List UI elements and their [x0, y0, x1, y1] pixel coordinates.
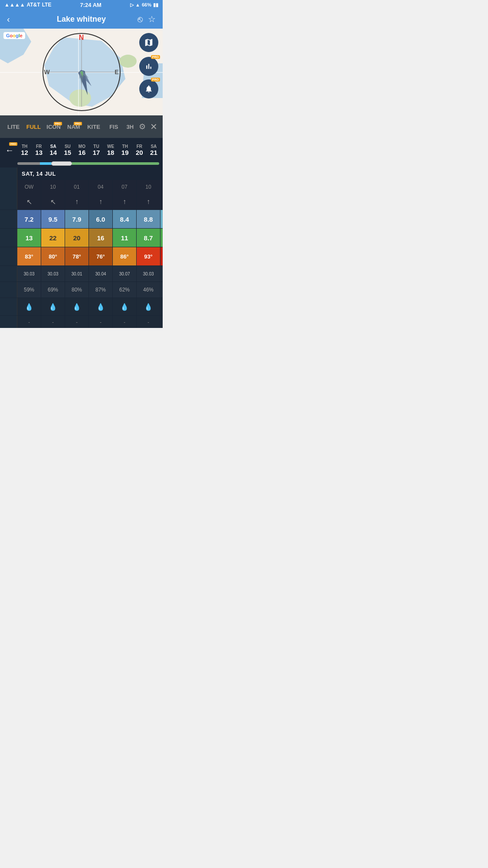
gust-cell: 11 — [113, 229, 137, 247]
pressure-cell: 30.04 — [89, 266, 113, 282]
wind-speed-cell: 9.3 — [160, 210, 163, 228]
temp-cell: 86° — [113, 247, 137, 265]
dir-cell: ↑ — [160, 194, 163, 210]
calendar-strip: PRO ← TH12FR13SA14SU15MO16TU17WE18TH19FR… — [0, 138, 163, 162]
wind-speed-cell: 7.2 — [17, 210, 41, 228]
humidity-cell: 59% — [17, 282, 41, 298]
carrier-name: AT&T — [27, 2, 40, 8]
rain-val-cell: - — [41, 316, 65, 328]
row-fixed-col — [0, 180, 17, 194]
progress-track — [17, 162, 159, 165]
cal-day-15[interactable]: SU15 — [61, 144, 75, 156]
cal-day-14[interactable]: SA14 — [46, 144, 60, 156]
time-cell: 01 — [65, 180, 89, 194]
row-fixed-col — [0, 266, 17, 282]
dir-cell: ↑ — [89, 194, 113, 210]
rain-icon-cell: 💧 — [65, 298, 89, 315]
wind-speed-cell: 7.9 — [65, 210, 89, 228]
back-button[interactable]: ‹ — [7, 14, 10, 24]
row-fixed-col — [0, 210, 17, 228]
alerts-button[interactable]: PRO — [139, 79, 158, 98]
temp-cell: 76° — [89, 247, 113, 265]
map-area: Google N E W — [0, 29, 163, 115]
row-fixed-col — [0, 316, 17, 328]
tab-nam[interactable]: NAM PRO — [64, 121, 84, 133]
wind-speed-cell: 8.4 — [113, 210, 137, 228]
tab-full[interactable]: FULL — [23, 121, 43, 133]
pressure-cell: 30.07 — [113, 266, 137, 282]
dir-cell: ↑ — [137, 194, 160, 210]
timeline-progress — [0, 162, 163, 167]
rain-icon-cell: 💧 — [89, 298, 113, 315]
dir-cell: ↖ — [17, 194, 41, 210]
cal-day-21[interactable]: SA21 — [147, 144, 160, 156]
time-cell: 10 — [41, 180, 65, 194]
temp-cell: 80° — [41, 247, 65, 265]
status-time: 7:24 AM — [80, 2, 102, 8]
tab-kite[interactable]: KITE — [84, 121, 104, 133]
network-type: LTE — [42, 2, 52, 8]
analytics-button[interactable]: PRO — [139, 57, 158, 76]
cal-day-19[interactable]: TH19 — [118, 144, 132, 156]
rain-icon-cell: 💧 — [113, 298, 137, 315]
rain-icon-cell: 💧 — [137, 298, 160, 315]
temp-cell: 93° — [137, 247, 160, 265]
humidity-cell: 46% — [137, 282, 160, 298]
cal-day-20[interactable]: FR20 — [132, 144, 146, 156]
cal-day-13[interactable]: FR13 — [32, 144, 46, 156]
settings-button[interactable]: ⚙ — [136, 122, 148, 131]
humidity-cell: 69% — [41, 282, 65, 298]
rain-icon-cell: 💧 — [17, 298, 41, 315]
rain-val-cell: - — [160, 316, 163, 328]
icon-pro-badge: PRO — [54, 122, 62, 125]
carrier-info: ▲▲▲▲ AT&T LTE — [4, 2, 51, 8]
status-bar: ▲▲▲▲ AT&T LTE 7:24 AM ▷ ▲ 66% ▮▮ — [0, 0, 163, 10]
humidity-cell: 62% — [113, 282, 137, 298]
gust-cell: 22 — [41, 229, 65, 247]
data-table-container[interactable]: SAT, 14 JUL SUN, 15 JUL OW10010407100104… — [0, 167, 163, 328]
row-fixed-col — [0, 194, 17, 210]
wind-speed-cell: 6.0 — [89, 210, 113, 228]
back-arrow-icon[interactable]: ← — [5, 145, 14, 155]
temp-cell: 96° — [160, 247, 163, 265]
right-action-buttons: PRO PRO — [139, 57, 158, 98]
rain-val-cell: - — [17, 316, 41, 328]
tab-icon[interactable]: ICON PRO — [43, 121, 63, 133]
pro-back-button[interactable]: PRO ← — [2, 142, 17, 158]
dir-cell: ↑ — [65, 194, 89, 210]
share-button[interactable]: ⎋ — [138, 14, 143, 24]
cal-day-17[interactable]: TU17 — [89, 144, 103, 156]
play-icon: ▷ — [130, 2, 134, 8]
cal-day-18[interactable]: WE18 — [104, 144, 118, 156]
pressure-cell: 30.01 — [65, 266, 89, 282]
rain-val-cell: - — [89, 316, 113, 328]
dir-cell: ↑ — [113, 194, 137, 210]
map-view-button[interactable] — [139, 33, 158, 52]
rain-val-cell: - — [65, 316, 89, 328]
favorite-button[interactable]: ☆ — [148, 14, 156, 24]
rain-val-cell: - — [137, 316, 160, 328]
pressure-cell: 29.95 — [160, 266, 163, 282]
page-title: Lake whitney — [57, 15, 106, 24]
signal-icon: ▲▲▲▲ — [4, 2, 25, 8]
google-logo: Google — [3, 32, 25, 39]
date-header-row: SAT, 14 JUL SUN, 15 JUL — [0, 167, 163, 180]
humidity-cell: 80% — [65, 282, 89, 298]
progress-thumb[interactable] — [51, 161, 72, 166]
rain-icon-cell: 💧 — [160, 298, 163, 315]
gust-cell: 9.6 — [160, 229, 163, 247]
battery-pct: 66% — [142, 2, 151, 7]
cal-day-16[interactable]: MO16 — [75, 144, 89, 156]
cal-day-12[interactable]: TH12 — [18, 144, 32, 156]
time-cell: 01 — [160, 180, 163, 194]
cal-pro-badge: PRO — [9, 142, 17, 146]
interval-selector[interactable]: 3H — [124, 124, 136, 130]
close-button[interactable]: ✕ — [148, 121, 159, 132]
time-cell: 10 — [137, 180, 160, 194]
pressure-cell: 30.03 — [17, 266, 41, 282]
tab-fis[interactable]: FIS — [104, 121, 124, 133]
tab-lite[interactable]: LITE — [3, 121, 23, 133]
wind-speed-cell: 8.8 — [137, 210, 160, 228]
humidity-row: 59%69%80%87%62%46%38%41%57%71%79%82%85% — [0, 282, 163, 298]
pressure-cell: 30.03 — [41, 266, 65, 282]
